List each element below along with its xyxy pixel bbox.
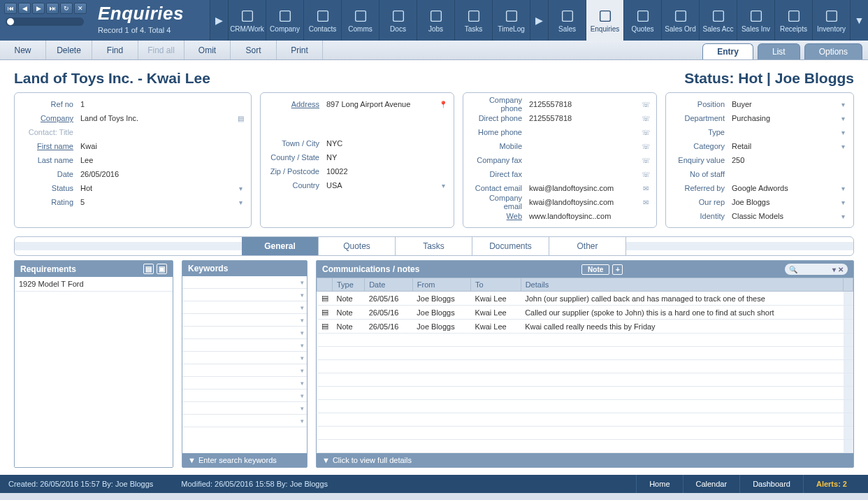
footer-dashboard-button[interactable]: Dashboard bbox=[739, 475, 803, 493]
refresh-button[interactable]: ↻ bbox=[60, 3, 73, 14]
find-all-button[interactable]: Find all bbox=[138, 41, 185, 59]
alerts-button[interactable]: Alerts: 2 bbox=[803, 475, 860, 493]
field-rating[interactable] bbox=[78, 196, 236, 208]
keyword-slot[interactable]: ▾ bbox=[182, 339, 307, 352]
field-mobile[interactable] bbox=[526, 140, 641, 152]
module-company[interactable]: Company bbox=[266, 0, 303, 41]
note-add-button[interactable]: + bbox=[612, 264, 623, 275]
next-record-button[interactable]: ▶ bbox=[32, 3, 45, 14]
field-contact-email[interactable] bbox=[526, 182, 641, 194]
keyword-slot[interactable]: ▾ bbox=[182, 327, 307, 339]
subtab-documents[interactable]: Documents bbox=[472, 237, 549, 255]
comm-row[interactable]: ▤Note26/05/16Joe BloggsKwai LeeKwai call… bbox=[317, 320, 853, 334]
keyword-slot[interactable]: ▾ bbox=[182, 390, 307, 402]
omit-button[interactable]: Omit bbox=[185, 41, 231, 59]
module-timelog[interactable]: TimeLog bbox=[492, 0, 530, 41]
module-salesinv[interactable]: Sales Inv bbox=[737, 0, 774, 41]
module-tasks[interactable]: Tasks bbox=[454, 0, 492, 41]
field-first-name[interactable] bbox=[78, 140, 236, 152]
field-zip---postcode[interactable] bbox=[324, 165, 438, 178]
field-no-of-staff[interactable] bbox=[729, 168, 838, 180]
note-button[interactable]: Note bbox=[581, 264, 609, 275]
module-contacts[interactable]: Contacts bbox=[303, 0, 341, 41]
status-dropdown-icon[interactable]: ▾ bbox=[236, 185, 245, 192]
col-from[interactable]: From bbox=[412, 278, 470, 292]
view-tab-options[interactable]: Options bbox=[804, 43, 862, 59]
search-clear-icon[interactable]: ▾ ✕ bbox=[832, 266, 844, 273]
close-button[interactable]: ✕ bbox=[74, 3, 87, 14]
dropdown-icon[interactable]: ▾ bbox=[838, 115, 848, 122]
field-enquiry-value[interactable] bbox=[729, 154, 838, 166]
dropdown-icon[interactable]: ▾ bbox=[838, 185, 848, 192]
delete-button[interactable]: Delete bbox=[46, 41, 92, 59]
first-record-button[interactable]: ⏮ bbox=[4, 3, 17, 14]
field-direct-phone[interactable] bbox=[526, 112, 641, 124]
last-record-button[interactable]: ⏭ bbox=[46, 3, 59, 14]
field-referred-by[interactable] bbox=[729, 182, 838, 194]
phone-icon[interactable]: ☏ bbox=[641, 129, 651, 136]
keyword-slot[interactable]: ▾ bbox=[182, 402, 307, 415]
keyword-slot[interactable]: ▾ bbox=[182, 352, 307, 364]
dropdown-icon[interactable]: ▾ bbox=[838, 213, 848, 220]
field-type[interactable] bbox=[729, 126, 838, 138]
keyword-slot[interactable]: ▾ bbox=[182, 314, 307, 327]
subtab-quotes[interactable]: Quotes bbox=[319, 237, 396, 255]
view-tab-list[interactable]: List bbox=[758, 43, 800, 59]
phone-icon[interactable]: ☏ bbox=[641, 101, 651, 108]
field-town---city[interactable] bbox=[324, 137, 438, 150]
field-last-name[interactable] bbox=[78, 154, 236, 166]
requirements-doc-icon[interactable]: ▤ bbox=[143, 264, 154, 274]
company-lookup-icon[interactable]: ▤ bbox=[236, 115, 245, 122]
field-address[interactable] bbox=[324, 98, 438, 110]
col-date[interactable]: Date bbox=[365, 278, 413, 292]
country-dropdown-icon[interactable]: ▾ bbox=[438, 182, 448, 190]
comm-row[interactable]: ▤Note26/05/16Joe BloggsKwai LeeCalled ou… bbox=[317, 306, 853, 320]
module-quotes[interactable]: Quotes bbox=[623, 0, 661, 41]
keyword-slot[interactable]: ▾ bbox=[182, 415, 307, 427]
field-company-email[interactable] bbox=[526, 196, 641, 208]
email-icon[interactable]: ✉ bbox=[641, 185, 651, 192]
record-slider[interactable] bbox=[6, 17, 84, 26]
subtab-other[interactable]: Other bbox=[549, 237, 626, 255]
dropdown-icon[interactable]: ▾ bbox=[838, 199, 848, 206]
footer-calendar-button[interactable]: Calendar bbox=[683, 475, 740, 493]
keyword-slot[interactable]: ▾ bbox=[182, 289, 307, 301]
module-salesord[interactable]: Sales Ord bbox=[661, 0, 699, 41]
map-pin-icon[interactable]: 📍 bbox=[438, 101, 448, 108]
sort-button[interactable]: Sort bbox=[231, 41, 277, 59]
view-tab-entry[interactable]: Entry bbox=[702, 43, 753, 59]
field-direct-fax[interactable] bbox=[526, 168, 641, 180]
footer-home-button[interactable]: Home bbox=[636, 475, 682, 493]
prev-record-button[interactable]: ◀ bbox=[18, 3, 31, 14]
col-type[interactable]: Type bbox=[333, 278, 365, 292]
phone-icon[interactable]: ☏ bbox=[641, 115, 651, 122]
phone-icon[interactable]: ☏ bbox=[641, 157, 651, 164]
keyword-slot[interactable]: ▾ bbox=[182, 301, 307, 314]
field-home-phone[interactable] bbox=[526, 126, 641, 138]
find-button[interactable]: Find bbox=[92, 41, 138, 59]
keywords-footer[interactable]: ▼ Enter search keywords bbox=[182, 453, 307, 467]
comm-row[interactable]: ▤Note26/05/16Joe BloggsKwai LeeJohn (our… bbox=[317, 292, 853, 306]
field-category[interactable] bbox=[729, 140, 838, 152]
module-arrow[interactable]: ▶ bbox=[210, 0, 228, 41]
field-country[interactable] bbox=[324, 179, 438, 192]
keyword-slot[interactable]: ▾ bbox=[182, 377, 307, 390]
module-comms[interactable]: Comms bbox=[341, 0, 379, 41]
field-web[interactable] bbox=[526, 210, 641, 222]
dropdown-icon[interactable]: ▾ bbox=[838, 143, 848, 150]
field-contact--title[interactable] bbox=[78, 126, 236, 138]
print-button[interactable]: Print bbox=[277, 41, 323, 59]
dropdown-icon[interactable]: ▾ bbox=[838, 129, 848, 136]
field-identity[interactable] bbox=[729, 210, 838, 222]
module-salesacc[interactable]: Sales Acc bbox=[699, 0, 737, 41]
field-position[interactable] bbox=[729, 98, 838, 110]
field-company-fax[interactable] bbox=[526, 154, 641, 166]
comms-footer[interactable]: ▼ Click to view full details bbox=[317, 453, 853, 467]
field-status[interactable] bbox=[78, 182, 236, 194]
field-company[interactable] bbox=[78, 112, 236, 124]
col-to[interactable]: To bbox=[470, 278, 521, 292]
module-menu-arrow[interactable]: ▼ bbox=[850, 0, 868, 41]
module-sales[interactable]: Sales bbox=[548, 0, 586, 41]
field-ref-no[interactable] bbox=[78, 98, 236, 110]
field-county---state[interactable] bbox=[324, 151, 438, 164]
